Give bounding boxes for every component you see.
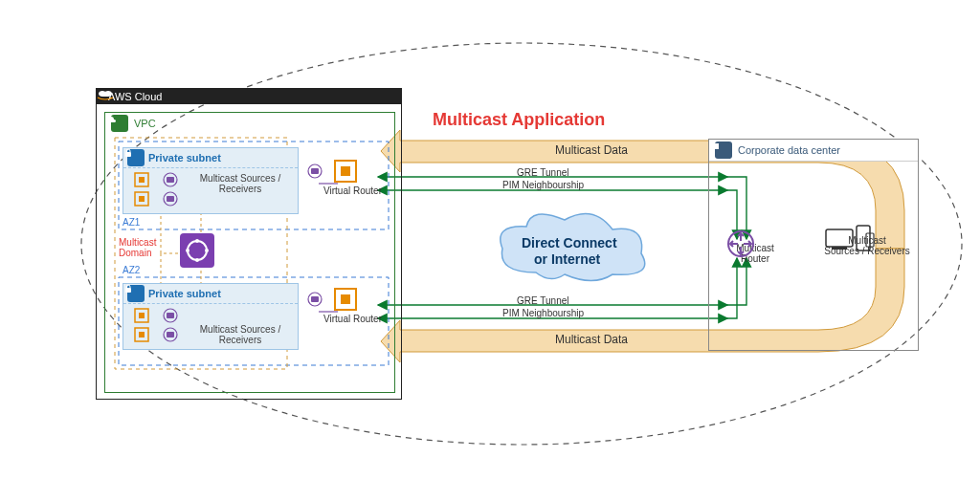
svg-rect-47 xyxy=(715,143,719,149)
svg-rect-29 xyxy=(167,313,174,318)
corporate-data-center: Corporate data center Multicast Router M… xyxy=(708,139,919,351)
corp-header: Corporate data center xyxy=(709,140,918,162)
subnet-header-az1: Private subnet xyxy=(123,148,298,168)
svg-rect-46 xyxy=(711,142,714,149)
building-icon xyxy=(715,142,732,159)
virtual-router-label: Virtual Router xyxy=(323,314,382,324)
resources-az1: Multicast Sources / Receivers xyxy=(129,169,292,211)
private-subnet-az2: Private subnet Multicast Sources xyxy=(122,283,299,350)
svg-point-43 xyxy=(195,258,199,262)
svg-rect-33 xyxy=(311,168,319,174)
svg-rect-22 xyxy=(167,196,174,202)
resources-az2: Multicast Sources / Receivers xyxy=(129,305,292,347)
multicast-domain-label: Multicast Domain xyxy=(119,237,156,258)
multicast-router: Multicast Router xyxy=(726,229,784,264)
svg-rect-14 xyxy=(125,152,131,157)
svg-rect-49 xyxy=(826,229,853,247)
corp-endpoints: Multicast Sources / Receivers xyxy=(824,222,910,256)
vpc-header: VPC xyxy=(105,113,394,134)
svg-rect-18 xyxy=(139,196,145,202)
svg-rect-31 xyxy=(167,332,174,337)
pim-label-az1: PIM Neighbourship xyxy=(502,180,584,190)
vpc-label: VPC xyxy=(134,118,156,129)
svg-rect-35 xyxy=(341,166,350,176)
lock-icon xyxy=(127,285,145,302)
gre-label-az1: GRE Tunnel xyxy=(517,167,568,178)
subnet-label: Private subnet xyxy=(148,288,221,299)
diagram-canvas: Multicast Application AWS Cloud VPC xyxy=(0,0,980,479)
private-subnet-az1: Private subnet Multicas xyxy=(122,147,299,214)
cloud-line2: or Internet xyxy=(534,251,600,267)
lock-icon xyxy=(127,149,145,166)
aws-cloud-label: AWS Cloud xyxy=(108,91,162,102)
multicast-data-label-bottom: Multicast Data xyxy=(555,333,628,346)
svg-rect-37 xyxy=(311,296,319,302)
aws-cloud-header: AWS Cloud xyxy=(97,89,401,104)
multicast-sources-label: Multicast Sources / Receivers xyxy=(192,324,288,345)
diagram-title: Multicast Application xyxy=(433,110,605,130)
pim-label-az2: PIM Neighbourship xyxy=(502,308,584,318)
svg-rect-23 xyxy=(125,288,131,293)
svg-rect-40 xyxy=(180,233,214,268)
svg-rect-16 xyxy=(139,177,145,183)
transit-gateway: TGW xyxy=(180,233,222,257)
multicast-sources-label: Multicast Sources / Receivers xyxy=(192,173,288,194)
az2-label: AZ2 xyxy=(122,265,140,275)
svg-rect-25 xyxy=(139,313,145,318)
cloud-line1: Direct Connect xyxy=(522,235,617,250)
svg-point-42 xyxy=(195,239,199,243)
multicast-data-label-top: Multicast Data xyxy=(555,143,628,157)
svg-point-45 xyxy=(205,249,209,252)
svg-rect-50 xyxy=(832,247,847,250)
svg-point-44 xyxy=(186,249,189,252)
svg-rect-20 xyxy=(167,177,174,183)
vpc-icon xyxy=(111,115,128,132)
svg-rect-39 xyxy=(341,294,350,304)
subnet-header-az2: Private subnet xyxy=(123,284,298,304)
subnet-label: Private subnet xyxy=(148,152,221,163)
az1-label: AZ1 xyxy=(122,217,140,228)
corp-label: Corporate data center xyxy=(738,144,840,156)
svg-rect-27 xyxy=(139,332,145,337)
virtual-router-label: Virtual Router xyxy=(323,185,382,196)
gre-label-az2: GRE Tunnel xyxy=(517,295,568,306)
